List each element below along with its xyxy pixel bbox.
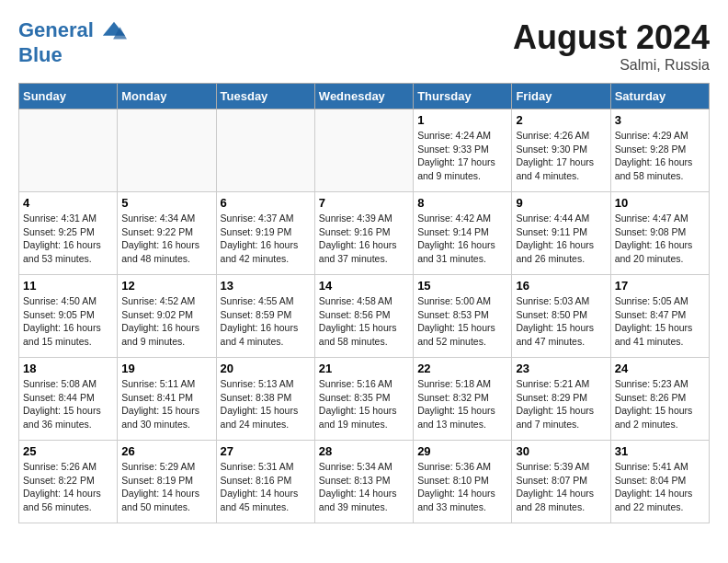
calendar-cell: 17Sunrise: 5:05 AMSunset: 8:47 PMDayligh… bbox=[610, 275, 709, 358]
cell-daylight-info: Sunrise: 5:16 AMSunset: 8:35 PMDaylight:… bbox=[319, 377, 409, 431]
calendar-cell: 8Sunrise: 4:42 AMSunset: 9:14 PMDaylight… bbox=[414, 192, 512, 275]
cell-daylight-info: Sunrise: 5:05 AMSunset: 8:47 PMDaylight:… bbox=[615, 294, 705, 349]
day-number: 31 bbox=[615, 444, 705, 458]
calendar-cell: 18Sunrise: 5:08 AMSunset: 8:44 PMDayligh… bbox=[19, 358, 118, 441]
day-number: 17 bbox=[615, 279, 705, 293]
day-number: 27 bbox=[221, 444, 311, 458]
calendar-cell bbox=[118, 109, 216, 192]
cell-daylight-info: Sunrise: 5:13 AMSunset: 8:38 PMDaylight:… bbox=[221, 377, 311, 431]
calendar-cell: 13Sunrise: 4:55 AMSunset: 8:59 PMDayligh… bbox=[216, 275, 314, 358]
calendar-cell: 30Sunrise: 5:39 AMSunset: 8:07 PMDayligh… bbox=[512, 441, 610, 523]
cell-daylight-info: Sunrise: 5:41 AMSunset: 8:04 PMDaylight:… bbox=[615, 460, 705, 514]
calendar-week-2: 4Sunrise: 4:31 AMSunset: 9:25 PMDaylight… bbox=[19, 192, 710, 275]
day-number: 1 bbox=[417, 113, 507, 127]
weekday-header-thursday: Thursday bbox=[414, 84, 512, 109]
day-number: 18 bbox=[23, 362, 113, 375]
cell-daylight-info: Sunrise: 5:11 AMSunset: 8:41 PMDaylight:… bbox=[121, 377, 211, 431]
calendar-cell: 4Sunrise: 4:31 AMSunset: 9:25 PMDaylight… bbox=[19, 192, 118, 275]
calendar-week-4: 18Sunrise: 5:08 AMSunset: 8:44 PMDayligh… bbox=[19, 358, 710, 441]
calendar-cell: 31Sunrise: 5:41 AMSunset: 8:04 PMDayligh… bbox=[610, 441, 709, 523]
cell-daylight-info: Sunrise: 4:31 AMSunset: 9:25 PMDaylight:… bbox=[23, 212, 113, 266]
calendar-cell: 24Sunrise: 5:23 AMSunset: 8:26 PMDayligh… bbox=[610, 358, 709, 441]
calendar-cell: 14Sunrise: 4:58 AMSunset: 8:56 PMDayligh… bbox=[314, 275, 413, 358]
day-number: 22 bbox=[417, 362, 507, 375]
calendar-cell: 7Sunrise: 4:39 AMSunset: 9:16 PMDaylight… bbox=[314, 192, 413, 275]
day-number: 19 bbox=[121, 362, 211, 375]
cell-daylight-info: Sunrise: 4:52 AMSunset: 9:02 PMDaylight:… bbox=[121, 294, 211, 349]
cell-daylight-info: Sunrise: 5:39 AMSunset: 8:07 PMDaylight:… bbox=[516, 460, 606, 514]
weekday-header-wednesday: Wednesday bbox=[314, 84, 413, 109]
cell-daylight-info: Sunrise: 5:23 AMSunset: 8:26 PMDaylight:… bbox=[615, 377, 705, 431]
day-number: 10 bbox=[615, 196, 705, 210]
day-number: 12 bbox=[121, 279, 211, 293]
calendar-cell: 23Sunrise: 5:21 AMSunset: 8:29 PMDayligh… bbox=[512, 358, 610, 441]
cell-daylight-info: Sunrise: 4:55 AMSunset: 8:59 PMDaylight:… bbox=[221, 294, 311, 349]
weekday-header-row: SundayMondayTuesdayWednesdayThursdayFrid… bbox=[19, 84, 710, 109]
day-number: 30 bbox=[516, 444, 606, 458]
cell-daylight-info: Sunrise: 4:58 AMSunset: 8:56 PMDaylight:… bbox=[319, 294, 409, 349]
weekday-header-saturday: Saturday bbox=[610, 84, 709, 109]
weekday-header-tuesday: Tuesday bbox=[216, 84, 314, 109]
calendar-cell: 2Sunrise: 4:26 AMSunset: 9:30 PMDaylight… bbox=[512, 109, 610, 192]
day-number: 15 bbox=[417, 279, 507, 293]
day-number: 16 bbox=[516, 279, 606, 293]
calendar-week-5: 25Sunrise: 5:26 AMSunset: 8:22 PMDayligh… bbox=[19, 441, 710, 523]
cell-daylight-info: Sunrise: 4:44 AMSunset: 9:11 PMDaylight:… bbox=[516, 212, 606, 266]
calendar-table: SundayMondayTuesdayWednesdayThursdayFrid… bbox=[18, 83, 710, 523]
calendar-cell: 12Sunrise: 4:52 AMSunset: 9:02 PMDayligh… bbox=[118, 275, 216, 358]
cell-daylight-info: Sunrise: 5:08 AMSunset: 8:44 PMDaylight:… bbox=[23, 377, 113, 431]
page-header: General Blue August 2024 Salmi, Russia bbox=[18, 18, 710, 74]
calendar-cell: 22Sunrise: 5:18 AMSunset: 8:32 PMDayligh… bbox=[414, 358, 512, 441]
month-year: August 2024 bbox=[513, 18, 710, 57]
cell-daylight-info: Sunrise: 5:03 AMSunset: 8:50 PMDaylight:… bbox=[516, 294, 606, 349]
calendar-cell: 5Sunrise: 4:34 AMSunset: 9:22 PMDaylight… bbox=[118, 192, 216, 275]
logo: General Blue bbox=[18, 18, 127, 66]
day-number: 26 bbox=[121, 444, 211, 458]
calendar-cell: 3Sunrise: 4:29 AMSunset: 9:28 PMDaylight… bbox=[610, 109, 709, 192]
calendar-cell: 16Sunrise: 5:03 AMSunset: 8:50 PMDayligh… bbox=[512, 275, 610, 358]
calendar-cell bbox=[314, 109, 413, 192]
day-number: 11 bbox=[23, 279, 113, 293]
location: Salmi, Russia bbox=[513, 57, 710, 74]
cell-daylight-info: Sunrise: 5:31 AMSunset: 8:16 PMDaylight:… bbox=[221, 460, 311, 514]
title-block: August 2024 Salmi, Russia bbox=[513, 18, 710, 74]
calendar-cell: 19Sunrise: 5:11 AMSunset: 8:41 PMDayligh… bbox=[118, 358, 216, 441]
calendar-cell: 26Sunrise: 5:29 AMSunset: 8:19 PMDayligh… bbox=[118, 441, 216, 523]
logo-text: General Blue bbox=[18, 18, 127, 66]
day-number: 28 bbox=[319, 444, 409, 458]
weekday-header-monday: Monday bbox=[118, 84, 216, 109]
day-number: 4 bbox=[23, 196, 113, 210]
cell-daylight-info: Sunrise: 5:18 AMSunset: 8:32 PMDaylight:… bbox=[417, 377, 507, 431]
day-number: 5 bbox=[121, 196, 211, 210]
weekday-header-friday: Friday bbox=[512, 84, 610, 109]
cell-daylight-info: Sunrise: 4:37 AMSunset: 9:19 PMDaylight:… bbox=[221, 212, 311, 266]
logo-icon bbox=[101, 18, 127, 44]
calendar-cell: 1Sunrise: 4:24 AMSunset: 9:33 PMDaylight… bbox=[414, 109, 512, 192]
day-number: 7 bbox=[319, 196, 409, 210]
calendar-cell: 27Sunrise: 5:31 AMSunset: 8:16 PMDayligh… bbox=[216, 441, 314, 523]
day-number: 8 bbox=[417, 196, 507, 210]
cell-daylight-info: Sunrise: 4:50 AMSunset: 9:05 PMDaylight:… bbox=[23, 294, 113, 349]
cell-daylight-info: Sunrise: 4:47 AMSunset: 9:08 PMDaylight:… bbox=[615, 212, 705, 266]
calendar-cell: 29Sunrise: 5:36 AMSunset: 8:10 PMDayligh… bbox=[414, 441, 512, 523]
calendar-cell: 28Sunrise: 5:34 AMSunset: 8:13 PMDayligh… bbox=[314, 441, 413, 523]
calendar-body: 1Sunrise: 4:24 AMSunset: 9:33 PMDaylight… bbox=[19, 109, 710, 523]
day-number: 6 bbox=[221, 196, 311, 210]
calendar-cell bbox=[216, 109, 314, 192]
calendar-cell: 20Sunrise: 5:13 AMSunset: 8:38 PMDayligh… bbox=[216, 358, 314, 441]
calendar-cell: 10Sunrise: 4:47 AMSunset: 9:08 PMDayligh… bbox=[610, 192, 709, 275]
cell-daylight-info: Sunrise: 4:29 AMSunset: 9:28 PMDaylight:… bbox=[615, 129, 705, 183]
calendar-week-3: 11Sunrise: 4:50 AMSunset: 9:05 PMDayligh… bbox=[19, 275, 710, 358]
cell-daylight-info: Sunrise: 5:00 AMSunset: 8:53 PMDaylight:… bbox=[417, 294, 507, 349]
calendar-week-1: 1Sunrise: 4:24 AMSunset: 9:33 PMDaylight… bbox=[19, 109, 710, 192]
cell-daylight-info: Sunrise: 4:39 AMSunset: 9:16 PMDaylight:… bbox=[319, 212, 409, 266]
day-number: 21 bbox=[319, 362, 409, 375]
day-number: 13 bbox=[221, 279, 311, 293]
day-number: 29 bbox=[417, 444, 507, 458]
calendar-cell: 21Sunrise: 5:16 AMSunset: 8:35 PMDayligh… bbox=[314, 358, 413, 441]
calendar-cell: 6Sunrise: 4:37 AMSunset: 9:19 PMDaylight… bbox=[216, 192, 314, 275]
calendar-cell bbox=[19, 109, 118, 192]
cell-daylight-info: Sunrise: 4:42 AMSunset: 9:14 PMDaylight:… bbox=[417, 212, 507, 266]
day-number: 24 bbox=[615, 362, 705, 375]
day-number: 20 bbox=[221, 362, 311, 375]
